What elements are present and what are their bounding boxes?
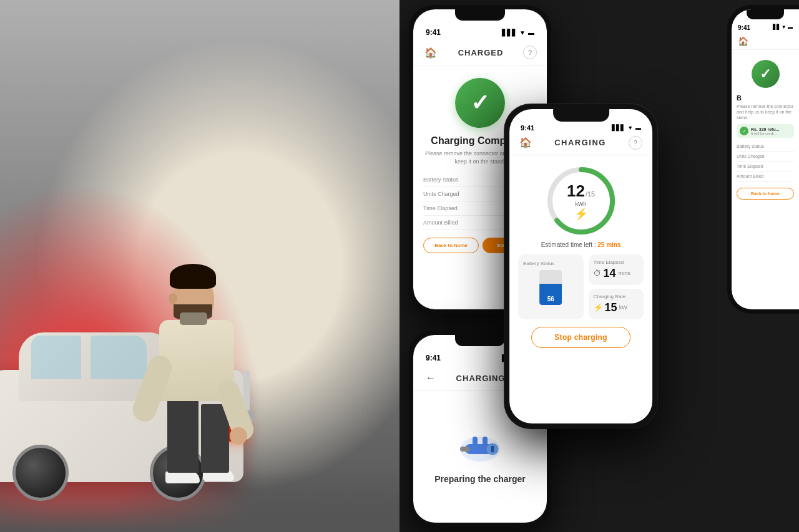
partial-time-row: Time Elapsed <box>737 162 794 172</box>
home-icon[interactable]: 🏠 <box>423 45 438 60</box>
check-icon: ✓ <box>471 90 489 116</box>
photo-section <box>0 0 400 532</box>
partial-amount-row: Amount Billed <box>737 172 794 181</box>
partial-signal: ▋▋ ▼ ▬ <box>773 24 793 31</box>
wifi-icon: ▼ <box>627 125 633 131</box>
circle-total: /15 <box>586 190 595 197</box>
time-stat-box: Time Elapsed ⏱ 14 mins <box>589 254 644 285</box>
circle-unit: kWh <box>567 200 595 206</box>
stats-row: Battery Status 56 Time Elapsed <box>518 254 644 319</box>
stop-charging-button[interactable]: Stop charging <box>531 327 630 348</box>
time-unit: mins <box>619 270 630 276</box>
preparing-title: Preparing the charger <box>434 474 526 484</box>
estimated-value: 25 mins <box>597 241 620 248</box>
svg-rect-5 <box>491 445 494 452</box>
bolt-icon: ⚡ <box>594 303 603 312</box>
charging-rate-value: 15 <box>605 301 617 314</box>
amount-billed-label: Amount Billed <box>423 220 458 226</box>
phone-notch <box>553 109 609 122</box>
battery-percentage: 56 <box>547 296 554 302</box>
battery-stat-box: Battery Status 56 <box>518 254 584 319</box>
time-elapsed-label: Time Elapsed <box>594 259 639 265</box>
charging-rate-unit: kW <box>619 304 627 311</box>
main-status-time: 9:41 <box>521 124 534 132</box>
clock-icon: ⏱ <box>594 269 601 278</box>
partial-status-time: 9:41 <box>738 24 750 31</box>
charging-rate-label: Charging Rate <box>594 294 639 299</box>
preparing-status-time: 9:41 <box>426 354 441 362</box>
check-circle: ✓ <box>455 78 505 128</box>
charging-content: 12 /15 kWh ⚡ Estimated time left : 25 mi… <box>509 155 652 423</box>
time-elapsed-value: 14 <box>604 267 616 280</box>
phone-main-wrap: 9:41 ▋▋▋ ▼ ▬ 🏠 CHARGING ? <box>504 104 657 428</box>
units-charged-label: Units Charged <box>423 191 459 197</box>
battery-status-label: Battery Status <box>423 177 459 183</box>
lightning-bolt-icon: ⚡ <box>567 206 595 220</box>
partial-home-icon[interactable]: 🏠 <box>738 36 748 46</box>
refund-text: Rs. 329 refu... <box>751 127 780 132</box>
battery-icon: ▬ <box>635 125 641 131</box>
help-icon[interactable]: ? <box>523 46 537 59</box>
dark-section: 9:41 ▋▋▋ ▼ ▬ 🏠 CHARGED ? ✓ Char <box>400 0 799 532</box>
partial-check-icon: ✓ <box>752 60 780 88</box>
circle-current: 12 <box>567 181 585 200</box>
charged-status-time: 9:41 <box>426 28 441 37</box>
battery-stat-label: Battery Status <box>523 261 579 266</box>
partial-units-row: Units Charged <box>737 152 794 162</box>
partial-back-to-home-button[interactable]: Back to home <box>737 188 794 200</box>
svg-rect-2 <box>473 437 478 447</box>
wifi-icon: ▼ <box>519 29 526 36</box>
time-elapsed-label: Time Elapsed <box>423 205 458 211</box>
charged-header-title: CHARGED <box>458 48 504 57</box>
back-to-home-button[interactable]: Back to home <box>423 238 479 253</box>
charger-plug-icon <box>455 430 505 468</box>
charged-app-header: 🏠 CHARGED ? <box>413 40 547 65</box>
partial-battery-row: Battery Status <box>737 142 794 152</box>
rate-stat-box: Charging Rate ⚡ 15 kW <box>589 289 644 319</box>
partial-b-label: B <box>737 94 794 102</box>
battery-visual: 56 <box>539 270 562 305</box>
partial-subtitle: Please remove the connector and help us … <box>737 104 794 120</box>
refund-subtext: It will be credi... <box>751 132 780 135</box>
phone-charging: 9:41 ▋▋▋ ▼ ▬ 🏠 CHARGING ? <box>504 104 657 428</box>
svg-rect-3 <box>483 437 488 447</box>
main-help-icon[interactable]: ? <box>629 136 642 150</box>
signal-icon: ▋▋▋ <box>612 125 625 131</box>
right-stats: Time Elapsed ⏱ 14 mins Charging R <box>589 254 644 319</box>
battery-icon: ▬ <box>528 29 534 36</box>
estimated-time: Estimated time left : 25 mins <box>541 241 621 248</box>
main-home-icon[interactable]: 🏠 <box>519 137 532 148</box>
signal-icon: ▋▋▋ <box>502 29 517 36</box>
refund-badge: ✓ Rs. 329 refu... It will be credi... <box>737 124 794 138</box>
main-app-header: 🏠 CHARGING ? <box>509 133 652 155</box>
preparing-header-title: CHARGING <box>456 374 506 383</box>
svg-rect-6 <box>460 447 470 452</box>
back-icon[interactable]: ← <box>423 370 438 385</box>
main-header-title: CHARGING <box>554 138 606 147</box>
circle-progress: 12 /15 kWh ⚡ <box>544 163 619 238</box>
phone-partial: 9:41 ▋▋ ▼ ▬ 🏠 ✓ B Please remove the conn… <box>727 5 799 314</box>
